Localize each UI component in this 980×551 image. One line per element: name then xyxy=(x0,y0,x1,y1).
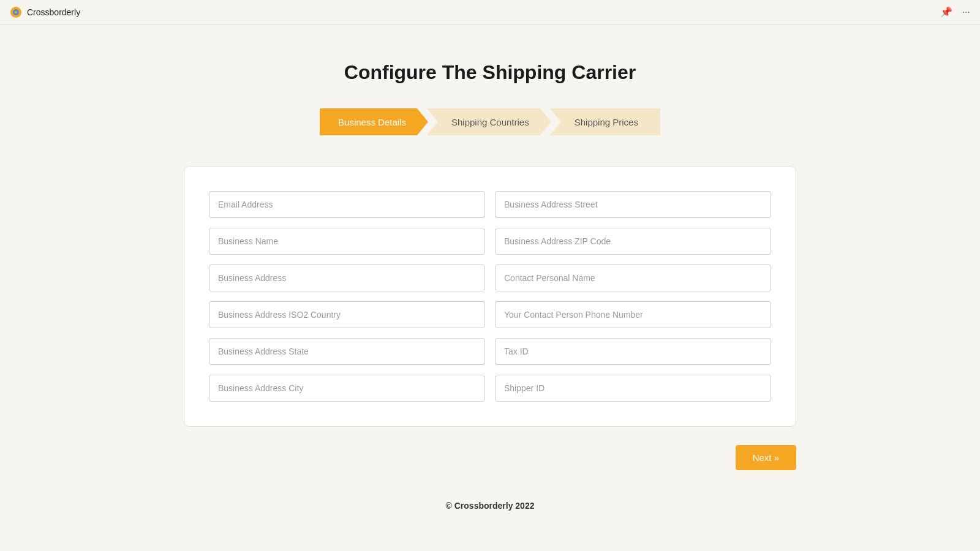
form-container xyxy=(184,166,796,427)
shipper-id-input[interactable] xyxy=(495,375,771,402)
more-icon[interactable]: ··· xyxy=(962,7,970,18)
top-bar-left: Crossborderly xyxy=(10,6,80,18)
contact-personal-name-input[interactable] xyxy=(495,264,771,291)
email-address-input[interactable] xyxy=(209,191,485,218)
step-shipping-prices-label: Shipping Prices xyxy=(575,117,638,127)
stepper: Business Details Shipping Countries Ship… xyxy=(320,108,660,135)
button-area: Next » xyxy=(184,445,796,470)
pin-icon[interactable]: 📌 xyxy=(940,6,952,18)
top-bar: Crossborderly 📌 ··· xyxy=(0,0,980,24)
business-address-state-input[interactable] xyxy=(209,338,485,365)
step-shipping-countries[interactable]: Shipping Countries xyxy=(427,108,551,135)
form-grid xyxy=(209,191,771,402)
business-address-city-input[interactable] xyxy=(209,375,485,402)
app-name: Crossborderly xyxy=(27,7,80,17)
step-business-details-label: Business Details xyxy=(338,117,406,127)
step-business-details[interactable]: Business Details xyxy=(320,108,428,135)
business-address-input[interactable] xyxy=(209,264,485,291)
page-title: Configure The Shipping Carrier xyxy=(344,61,636,84)
next-button[interactable]: Next » xyxy=(736,445,796,470)
svg-point-2 xyxy=(15,11,17,13)
step-shipping-prices[interactable]: Shipping Prices xyxy=(550,108,660,135)
top-bar-right: 📌 ··· xyxy=(940,6,970,18)
business-address-iso2-country-input[interactable] xyxy=(209,301,485,328)
business-address-zip-input[interactable] xyxy=(495,228,771,255)
business-address-street-input[interactable] xyxy=(495,191,771,218)
tax-id-input[interactable] xyxy=(495,338,771,365)
footer: © Crossborderly 2022 xyxy=(446,501,535,511)
step-shipping-countries-label: Shipping Countries xyxy=(451,117,529,127)
main-content: Configure The Shipping Carrier Business … xyxy=(0,24,980,523)
contact-phone-number-input[interactable] xyxy=(495,301,771,328)
app-logo-icon xyxy=(10,6,22,18)
business-name-input[interactable] xyxy=(209,228,485,255)
